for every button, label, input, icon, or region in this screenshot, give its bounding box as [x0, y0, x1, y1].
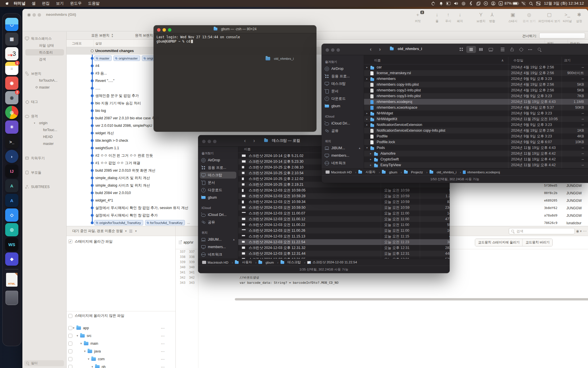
tree-row[interactable]: ▼ app ⋯: [67, 324, 175, 332]
commit-hash-row[interactable]: 5f30ed5 JUNGGW: [544, 182, 588, 189]
volume-icon[interactable]: [452, 0, 460, 7]
file-row[interactable]: ▸ cer 2024년 4월 19일 오후 2:56 -- 폴더: [364, 64, 588, 70]
fork-traffic-lights[interactable]: [27, 13, 43, 18]
forward-button[interactable]: ›: [253, 135, 255, 146]
pending-header[interactable]: 대기 중인 파일, 경로 이름순 정렬 ▼ ▼: [67, 226, 175, 236]
tracking-icon[interactable]: [460, 0, 467, 7]
column-size[interactable]: 크기: [564, 58, 570, 63]
screen-mirroring-icon[interactable]: [445, 0, 452, 7]
traffic-lights[interactable]: [202, 139, 218, 144]
staged-checkbox[interactable]: ✓: [68, 239, 72, 244]
dock-app-icon[interactable]: ◎: [5, 106, 18, 119]
file-row[interactable]: 스크린샷 2024-12-03 오전 11.00.26 오늘 오전 11:00 …: [238, 228, 450, 233]
minimize-button[interactable]: [331, 48, 334, 52]
diff-line[interactable]: 343 343 var barcode_data: String? = barc…: [176, 280, 588, 285]
path-item[interactable]: gbum›: [258, 261, 280, 264]
dock-app-icon[interactable]: A: [5, 194, 18, 207]
sidebar-item[interactable]: 브랜치: [22, 70, 66, 77]
sidebar-item[interactable]: 파일 상태: [22, 42, 66, 49]
row-checkbox[interactable]: [68, 334, 72, 338]
file-row[interactable]: nhmembers copy2-Info.plist 2024년 4월 19일 …: [364, 87, 588, 93]
dock-app-icon[interactable]: ✳: [5, 120, 18, 134]
back-button[interactable]: ‹: [370, 44, 372, 55]
sidebar-item[interactable]: 다운로드: [198, 186, 238, 194]
sidebar-item[interactable]: 문서: [198, 179, 238, 186]
path-item[interactable]: Macintosh HD›: [326, 170, 358, 174]
eject-icon[interactable]: ▲: [233, 236, 235, 243]
sidebar-item[interactable]: gbum: [198, 194, 238, 201]
sidebar-item[interactable]: master: [22, 140, 66, 147]
row-checkbox[interactable]: [68, 326, 72, 330]
chevron-down-icon[interactable]: ▼: [80, 342, 82, 345]
file-row[interactable]: 스크린샷 2024-12-03 오전 11.00.07 오늘 오전 11:00 …: [238, 210, 450, 216]
trash-icon[interactable]: [5, 291, 18, 305]
traffic-lights[interactable]: [157, 28, 173, 33]
more-icon[interactable]: [528, 47, 532, 51]
sidebar-item[interactable]: 워크스페이스: [22, 35, 66, 42]
disclosure-chevron[interactable]: ▸: [370, 156, 372, 162]
share-icon[interactable]: [510, 47, 514, 51]
file-row[interactable]: 스크린샷 2024-12-03 오전 10.59.28 오늘 오전 10:59 …: [238, 193, 450, 199]
battery-icon[interactable]: [512, 0, 520, 7]
branch-badge[interactable]: master: [94, 55, 112, 61]
chevron-down-icon[interactable]: ▼: [76, 334, 79, 337]
wifi-off-icon[interactable]: [520, 0, 527, 7]
forward-button[interactable]: ›: [379, 44, 381, 55]
dock-app-icon[interactable]: ◇: [5, 208, 18, 222]
tree-row[interactable]: ▼ java ⋯: [67, 347, 175, 355]
row-menu-button[interactable]: ⋯: [161, 326, 165, 330]
dock-app-icon[interactable]: ◆: [5, 252, 18, 266]
row-checkbox[interactable]: [68, 342, 72, 346]
file-row[interactable]: nhmembers.xcworkspace 2024년 4월 24일 오후 5:…: [364, 105, 588, 110]
app-alert-icon[interactable]: !: [430, 0, 437, 7]
dock-app-icon[interactable]: A: [5, 179, 18, 192]
group-icon[interactable]: [501, 47, 505, 51]
tree-row[interactable]: ▼ com ⋯: [67, 355, 175, 363]
sidebar-item[interactable]: JIBUM...▲: [322, 144, 364, 152]
sidebar-item[interactable]: 데스크탑: [198, 171, 238, 179]
minimize-button[interactable]: [208, 140, 211, 143]
file-row[interactable]: nhmembers.xcodeproj 2024년 11월 19일 오후 4:4…: [364, 99, 588, 105]
sidebar-item[interactable]: 다운로드: [322, 95, 364, 102]
sidebar-item[interactable]: iCloud Dri...: [322, 120, 364, 127]
path-item[interactable]: Projectz›: [404, 170, 430, 174]
sidebar-item[interactable]: iCloud Dri...: [198, 211, 238, 218]
unstaged-files-toggle[interactable]: 스테이지에 올라가지 않은 파일: [67, 311, 175, 319]
pending-sort-label[interactable]: 대기 중인 파일, 경로 이름순 정렬: [72, 229, 123, 233]
apple-menu-icon[interactable]: [6, 2, 9, 5]
close-button[interactable]: [27, 13, 31, 17]
diff-horizontal-scrollbar[interactable]: [235, 298, 588, 300]
play-circle-icon[interactable]: [482, 0, 490, 7]
column-date[interactable]: 수정일: [513, 58, 523, 63]
notification-bell-icon[interactable]: [437, 0, 445, 7]
row-menu-button[interactable]: ⋯: [161, 365, 165, 368]
dock-app-icon[interactable]: ◉ 2: [5, 91, 18, 104]
dock-app-icon[interactable]: ◉: [5, 76, 18, 90]
row-menu-button[interactable]: ⋯: [161, 349, 165, 354]
commit-hash-row[interactable]: e689205 JUNGGW: [544, 197, 588, 204]
discard-hunk-button[interactable]: 코드뭉치 버리기: [522, 239, 552, 246]
file-row[interactable]: 스크린샷 2024-12-03 오전 11.22.54 오늘 오전 11:23 …: [238, 239, 450, 245]
close-button[interactable]: [326, 48, 329, 52]
branch-badge[interactable]: origin/forTouchAd_TransKey: [94, 220, 143, 225]
menu-item[interactable]: 셸: [29, 1, 39, 6]
commit-hash-row[interactable]: 00f8c2b JUNGGW: [544, 189, 588, 197]
sidebar-item[interactable]: gbum: [322, 102, 364, 110]
unstaged-checkbox[interactable]: [68, 314, 72, 318]
zoom-button[interactable]: [213, 140, 216, 143]
view-switcher[interactable]: [457, 46, 496, 53]
dock-app-icon[interactable]: ◗: [5, 150, 18, 163]
row-checkbox[interactable]: [68, 349, 72, 353]
traffic-lights[interactable]: [326, 48, 342, 53]
sidebar-item[interactable]: master: [22, 84, 66, 91]
dock-app-icon[interactable]: 12월3: [5, 47, 18, 60]
row-menu-button[interactable]: ⋯: [161, 341, 165, 346]
dock-app-icon[interactable]: IJ: [5, 164, 18, 178]
sidebar-item[interactable]: 태그: [22, 98, 66, 105]
sidebar-item[interactable]: forTouc...: [22, 126, 66, 133]
chevron-down-icon[interactable]: ▼: [87, 358, 90, 361]
tree-row[interactable]: ▼ src ⋯: [67, 332, 175, 340]
input-source-icon[interactable]: A: [497, 0, 504, 7]
sidebar-item[interactable]: 문서: [322, 87, 364, 95]
file-row[interactable]: Podfile 2024년 9월 9일 오후 3:23 4KB 문서: [364, 133, 588, 139]
